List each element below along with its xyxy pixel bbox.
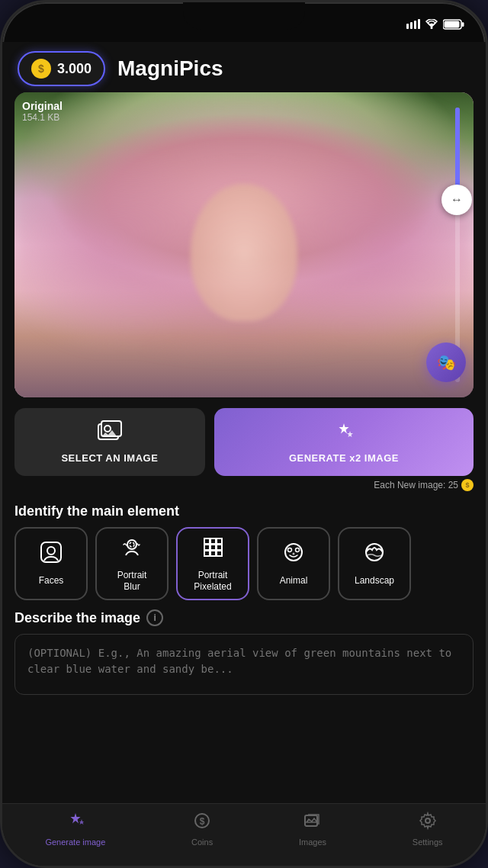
svg-rect-1 [410,22,413,29]
magic-icon: 🎭 [437,353,456,371]
portrait-blur-label: PortraitBlur [117,570,147,592]
images-nav-label: Images [299,837,326,847]
image-section: Original 154.1 KB ↔ 🎭 [14,92,474,397]
original-text: Original [22,100,63,112]
select-icon [98,420,122,446]
settings-nav-icon [419,812,437,834]
option-animal[interactable]: Animal [257,527,330,600]
option-portrait-blur[interactable]: PortraitBlur [95,527,169,600]
svg-point-12 [47,547,55,555]
app-content: $ 3.000 MagniPics Original 154.1 KB ↔ [2,42,486,866]
svg-rect-22 [210,551,216,556]
svg-point-32 [425,818,430,823]
images-nav-icon [303,812,322,834]
describe-section: Describe the image i [2,600,486,704]
phone-notch [183,2,305,30]
svg-rect-15 [204,538,210,544]
wifi-icon [425,19,438,31]
portrait-blur-icon [120,535,143,564]
svg-rect-21 [204,551,210,556]
option-faces[interactable]: Faces [14,527,88,600]
slider-thumb[interactable]: ↔ [441,185,472,215]
action-buttons: SELECT AN IMAGE GENERATE x2 IMAGE [14,408,474,476]
original-label: Original 154.1 KB [22,100,63,123]
generate-label: GENERATE x2 IMAGE [289,452,399,464]
svg-rect-17 [217,538,222,544]
nav-settings[interactable]: Settings [400,805,455,853]
describe-title: Describe the image [14,610,140,626]
svg-point-24 [285,544,302,561]
element-section: Identify the main element Faces [2,499,486,600]
svg-rect-23 [217,551,222,556]
signal-icon [406,19,420,31]
cost-text: Each New image: 25 [374,480,458,490]
magic-fab-button[interactable]: 🎭 [426,342,466,382]
landscape-icon [363,541,386,569]
svg-point-25 [288,548,292,552]
option-landscape[interactable]: Landscap [338,527,411,600]
svg-rect-3 [418,19,420,29]
generate-icon [332,420,356,446]
select-label: SELECT AN IMAGE [61,452,158,464]
describe-input[interactable] [14,634,474,695]
svg-rect-18 [204,545,210,550]
faces-icon [40,541,63,569]
animal-label: Animal [280,575,308,586]
app-title: MagniPics [117,56,223,81]
select-image-button[interactable]: SELECT AN IMAGE [14,408,205,476]
coin-icon: $ [31,59,51,79]
face-layer [191,184,297,321]
svg-point-27 [293,553,295,555]
svg-point-26 [296,548,300,552]
portrait-pixelated-label: PortraitPixelated [194,570,231,592]
animal-icon [282,541,305,569]
svg-rect-19 [210,545,216,550]
slider-fill [455,108,460,190]
element-options-list: Faces PortraitBlur [2,527,486,600]
faces-label: Faces [39,575,64,586]
coins-nav-label: Coins [191,837,213,847]
nav-images[interactable]: Images [287,805,339,853]
original-size: 154.1 KB [22,112,63,123]
coins-nav-icon: $ [193,812,211,834]
svg-point-4 [431,27,433,29]
option-portrait-pixelated[interactable]: PortraitPixelated [176,527,249,600]
phone-frame: 09:41 $ 3.000 MagniPics Original [0,0,488,868]
nav-coins[interactable]: $ Coins [179,805,225,853]
svg-point-28 [366,544,383,561]
generate-nav-label: Generate image [45,837,105,847]
svg-rect-16 [210,538,216,544]
status-icons [406,19,464,32]
svg-point-14 [130,542,134,547]
svg-rect-2 [414,21,416,29]
svg-text:$: $ [200,816,205,827]
generate-nav-icon [66,812,85,834]
describe-header: Describe the image i [14,609,474,626]
svg-point-13 [127,540,136,549]
settings-nav-label: Settings [413,837,443,847]
bottom-nav: Generate image $ Coins [2,803,486,866]
portrait-pixelated-icon [201,535,224,564]
svg-rect-7 [462,22,464,27]
nav-generate[interactable]: Generate image [33,805,117,853]
element-section-title: Identify the main element [2,499,486,527]
header: $ 3.000 MagniPics [2,42,486,92]
info-icon[interactable]: i [146,609,163,626]
svg-rect-20 [217,545,222,550]
slider-track[interactable]: ↔ [455,108,460,382]
cost-label: Each New image: 25 $ [2,479,486,491]
svg-rect-6 [445,21,460,27]
resize-icon: ↔ [451,193,463,207]
image-preview [14,92,474,397]
coins-badge[interactable]: $ 3.000 [18,51,105,86]
cost-coin-icon: $ [461,479,474,491]
coins-value: 3.000 [57,61,92,77]
generate-button[interactable]: GENERATE x2 IMAGE [214,408,474,476]
landscape-label: Landscap [355,575,394,586]
svg-rect-0 [406,24,409,29]
battery-icon [443,19,464,32]
